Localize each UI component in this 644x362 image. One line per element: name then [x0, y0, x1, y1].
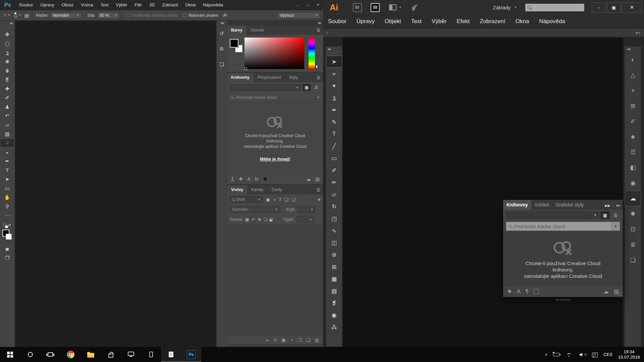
file-explorer-button[interactable] — [80, 347, 101, 362]
toggle-brush-panel-button[interactable]: ▤ — [24, 13, 29, 18]
blend-mode-select[interactable]: Normální ▼ — [51, 12, 82, 19]
eyedropper-tool[interactable]: ❡ — [0, 75, 14, 84]
background-color-swatch[interactable] — [6, 234, 12, 240]
tab-styly[interactable]: Styly — [285, 73, 302, 82]
color-panel-icon[interactable]: ◐ — [625, 52, 641, 67]
history-panel-icon[interactable]: ↺ — [217, 25, 227, 41]
stock-search-input[interactable]: Prohledat Adobe Stock ▼ — [227, 93, 323, 102]
ps-menu-item[interactable]: Výběr — [112, 2, 131, 7]
layer-blend-select[interactable]: Normální ▼ — [230, 206, 280, 213]
adjustment-layer-icon[interactable]: ◑ — [290, 338, 293, 343]
properties-panel-icon[interactable]: ⚙ — [217, 41, 227, 56]
bridge-button[interactable]: Br — [353, 3, 362, 12]
ps-canvas[interactable] — [15, 21, 216, 347]
perspective-grid-tool[interactable]: ⊞ — [326, 261, 342, 273]
lock-move-icon[interactable]: ✥ — [258, 217, 261, 222]
crop-tool[interactable]: ⋕ — [0, 66, 14, 75]
swap-colors-icon[interactable]: ⇄ — [8, 223, 11, 227]
panel-menu-icon[interactable]: ☰ — [314, 75, 323, 82]
navigator-panel-icon[interactable]: ⌖ — [625, 83, 641, 98]
eyedropper-tool[interactable]: ❡ — [326, 297, 342, 309]
libraries-panel-icon[interactable]: ☁ — [625, 191, 641, 206]
edit-toolbar-button[interactable]: ⋯ — [0, 211, 14, 220]
fill-select[interactable]: ▼ — [297, 216, 314, 223]
ai-menu-item[interactable]: Výběr — [427, 18, 451, 25]
lasso-tool[interactable]: ʓ — [0, 48, 14, 57]
lock-artboard-icon[interactable]: ❏ — [264, 217, 267, 222]
ai-close-button[interactable]: ✕ — [622, 2, 642, 13]
ai-menu-item[interactable]: Nápověda — [534, 18, 570, 25]
curvature-tool[interactable]: ✎ — [326, 116, 342, 128]
ps-menu-item[interactable]: Nápověda — [200, 2, 227, 7]
direct-selection-tool[interactable]: ➢ — [326, 68, 342, 80]
library-select[interactable]: ▼ — [506, 212, 599, 219]
grid-view-button[interactable]: ▦ — [601, 212, 609, 219]
tab-kanaly[interactable]: Kanály — [247, 185, 268, 194]
ps-menu-item[interactable]: 3D — [146, 2, 159, 7]
path-selection-tool[interactable]: ➤ — [0, 175, 14, 184]
stock-button[interactable]: St — [371, 3, 380, 12]
monitor-app-button[interactable] — [121, 347, 141, 362]
language-indicator[interactable]: CES — [603, 352, 612, 357]
tab-barvy[interactable]: Barvy — [227, 26, 246, 35]
add-layer-style-icon[interactable]: fx — [255, 176, 259, 182]
ps-menu-item[interactable]: Filtr — [131, 2, 146, 7]
stroke-panel-icon[interactable]: ☰ — [625, 144, 641, 160]
link-layers-icon[interactable]: ∞ — [266, 338, 269, 343]
rectangle-tool[interactable]: ▭ — [326, 152, 342, 164]
mesh-tool[interactable]: ▦ — [326, 273, 342, 285]
ps-menu-item[interactable]: Úpravy — [37, 2, 58, 7]
ps-menu-item[interactable]: Obraz — [58, 2, 77, 7]
blend-tool[interactable]: ◉ — [326, 309, 342, 321]
dodge-tool[interactable]: ◒ — [0, 147, 14, 157]
type-tool[interactable]: T — [0, 166, 14, 175]
ps-menu-item[interactable]: Soubor — [15, 2, 37, 7]
type-tool[interactable]: T — [326, 128, 342, 140]
search-options-button[interactable]: ▼ — [611, 222, 620, 231]
transparency-panel-icon[interactable]: ◉ — [625, 175, 641, 191]
ai-menu-item[interactable]: Efekt — [451, 18, 475, 25]
width-tool[interactable]: ∿ — [326, 225, 342, 237]
new-layer-icon[interactable]: ❏ — [306, 338, 310, 343]
delete-layer-icon[interactable]: ▥ — [315, 338, 319, 343]
resize-grip[interactable] — [617, 292, 622, 296]
symbol-sprayer-tool[interactable]: ⁂ — [326, 321, 342, 333]
screen-mode-button[interactable]: ❐ — [0, 253, 14, 262]
ai-menu-item[interactable]: Úpravy — [352, 18, 380, 25]
symbols-panel-icon[interactable]: ♣ — [625, 129, 641, 144]
marquee-tool[interactable]: ▢ — [0, 39, 14, 48]
shaper-tool[interactable]: ✏ — [326, 176, 342, 188]
gpu-performance-icon[interactable] — [410, 3, 419, 12]
clock[interactable]: 19:34 10.07.2016 — [618, 349, 640, 360]
workspace-switcher[interactable]: Základy ▼ — [493, 5, 517, 10]
layers-panel-icon[interactable]: ≣ — [625, 237, 641, 252]
layer-mask-icon[interactable]: ▣ — [281, 338, 285, 343]
search-button[interactable] — [20, 347, 40, 362]
add-graphic-icon[interactable]: ❖ — [507, 288, 512, 295]
add-character-style-icon[interactable]: A — [517, 289, 521, 295]
layer-group-icon[interactable]: ❒ — [298, 338, 302, 343]
clone-stamp-tool[interactable]: ♟ — [0, 102, 14, 111]
transform-panel-icon[interactable]: ⊞ — [625, 98, 641, 114]
rectangle-tool[interactable]: ▭ — [0, 184, 14, 193]
tab-prizpusobeni[interactable]: Přizpůsobení — [254, 73, 285, 82]
upload-graphic-icon[interactable]: ↥ — [230, 177, 234, 181]
add-color-icon[interactable] — [534, 289, 539, 294]
list-view-button[interactable]: ☰ — [312, 84, 320, 91]
move-tool[interactable]: ✥ — [0, 30, 14, 39]
notes-panel-icon[interactable]: ❏ — [217, 56, 227, 72]
toolbar-grip[interactable] — [4, 26, 10, 28]
pressure-toggle-button[interactable]: ✍ — [223, 12, 227, 18]
quick-mask-button[interactable]: ◙ — [0, 244, 14, 253]
strength-select[interactable]: 50 % ▼ — [98, 12, 120, 19]
ai-canvas[interactable] — [342, 38, 623, 347]
add-color-icon[interactable] — [263, 177, 267, 181]
eraser-tool[interactable]: ▱ — [326, 188, 342, 200]
arrange-documents-button[interactable]: ▼ — [389, 4, 401, 10]
library-select[interactable]: ▼ — [230, 84, 301, 91]
smudge-tool[interactable]: ☟ — [0, 138, 14, 147]
battery-icon[interactable] — [553, 353, 559, 356]
opacity-select[interactable]: ▼ — [298, 206, 315, 213]
history-brush-tool[interactable]: ↶ — [0, 111, 14, 120]
lock-all-icon[interactable] — [269, 219, 272, 222]
